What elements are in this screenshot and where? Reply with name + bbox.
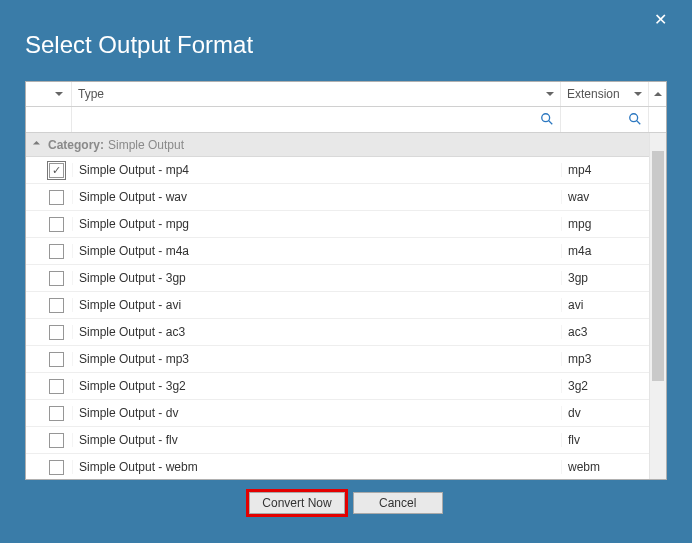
category-row[interactable]: Category: Simple Output <box>26 133 649 157</box>
cancel-button[interactable]: Cancel <box>353 492 443 514</box>
row-extension-cell: 3gp <box>561 271 649 285</box>
row-checkbox-cell <box>26 460 72 475</box>
row-checkbox[interactable] <box>49 217 64 232</box>
row-extension-cell: webm <box>561 460 649 474</box>
header-scroll-gutter <box>649 82 666 106</box>
table-row[interactable]: Simple Output - aviavi <box>26 292 649 319</box>
dialog-window: ✕ Select Output Format Type Extension <box>3 3 689 540</box>
row-type-cell: Simple Output - webm <box>72 460 561 474</box>
row-type-cell: Simple Output - flv <box>72 433 561 447</box>
row-extension-cell: mpg <box>561 217 649 231</box>
row-checkbox-cell <box>26 217 72 232</box>
category-label: Category: <box>48 138 104 152</box>
filter-checkbox-cell <box>26 107 72 132</box>
row-type-cell: Simple Output - ac3 <box>72 325 561 339</box>
header-type[interactable]: Type <box>72 82 561 106</box>
collapse-icon <box>33 141 40 148</box>
row-checkbox[interactable] <box>49 325 64 340</box>
row-checkbox-cell <box>26 433 72 448</box>
row-checkbox-cell <box>26 379 72 394</box>
dialog-title: Select Output Format <box>3 3 689 71</box>
table-row[interactable]: Simple Output - flvflv <box>26 427 649 454</box>
header-type-label: Type <box>78 87 104 101</box>
row-checkbox[interactable] <box>49 379 64 394</box>
row-checkbox[interactable] <box>49 244 64 259</box>
table-row[interactable]: Simple Output - 3g23g2 <box>26 373 649 400</box>
row-type-cell: Simple Output - mp3 <box>72 352 561 366</box>
row-extension-cell: 3g2 <box>561 379 649 393</box>
column-headers: Type Extension <box>26 82 666 107</box>
table-row[interactable]: Simple Output - mpgmpg <box>26 211 649 238</box>
row-checkbox[interactable] <box>49 460 64 475</box>
scroll-down-icon[interactable] <box>650 462 666 479</box>
table-row[interactable]: Simple Output - m4am4a <box>26 238 649 265</box>
row-checkbox[interactable] <box>49 298 64 313</box>
grid-panel: Type Extension <box>25 81 667 480</box>
row-extension-cell: wav <box>561 190 649 204</box>
row-extension-cell: mp4 <box>561 163 649 177</box>
row-type-cell: Simple Output - m4a <box>72 244 561 258</box>
table-row[interactable]: Simple Output - wavwav <box>26 184 649 211</box>
dialog-footer: Convert Now Cancel <box>25 492 667 526</box>
filter-type-cell <box>72 107 561 132</box>
header-extension[interactable]: Extension <box>561 82 649 106</box>
chevron-up-icon <box>654 92 662 96</box>
row-type-cell: Simple Output - mp4 <box>72 163 561 177</box>
row-extension-cell: m4a <box>561 244 649 258</box>
row-checkbox-cell <box>26 271 72 286</box>
table-row[interactable]: Simple Output - webmwebm <box>26 454 649 479</box>
category-value: Simple Output <box>108 138 184 152</box>
vertical-scrollbar[interactable] <box>649 133 666 479</box>
row-checkbox-cell <box>26 406 72 421</box>
row-type-cell: Simple Output - dv <box>72 406 561 420</box>
row-type-cell: Simple Output - avi <box>72 298 561 312</box>
chevron-down-icon <box>634 92 642 96</box>
row-checkbox-cell <box>26 298 72 313</box>
filter-extension-cell <box>561 107 649 132</box>
row-checkbox[interactable] <box>49 406 64 421</box>
table-row[interactable]: Simple Output - dvdv <box>26 400 649 427</box>
row-extension-cell: flv <box>561 433 649 447</box>
row-checkbox-cell <box>26 244 72 259</box>
row-type-cell: Simple Output - 3gp <box>72 271 561 285</box>
row-checkbox-cell <box>26 352 72 367</box>
row-checkbox-cell <box>26 190 72 205</box>
filter-row <box>26 107 666 133</box>
chevron-down-icon <box>55 92 63 96</box>
row-checkbox[interactable]: ✓ <box>49 163 64 178</box>
header-extension-label: Extension <box>567 87 620 101</box>
row-checkbox[interactable] <box>49 271 64 286</box>
convert-now-button[interactable]: Convert Now <box>249 492 344 514</box>
scroll-up-icon[interactable] <box>650 133 666 150</box>
table-row[interactable]: Simple Output - ac3ac3 <box>26 319 649 346</box>
table-row[interactable]: ✓Simple Output - mp4mp4 <box>26 157 649 184</box>
close-icon[interactable]: ✕ <box>649 9 671 31</box>
table-row[interactable]: Simple Output - mp3mp3 <box>26 346 649 373</box>
row-extension-cell: ac3 <box>561 325 649 339</box>
filter-extension-input[interactable] <box>565 110 692 130</box>
row-checkbox-cell: ✓ <box>26 163 72 178</box>
grid-body: Category: Simple Output ✓Simple Output -… <box>26 133 666 479</box>
filter-scroll-gutter <box>649 107 666 132</box>
row-checkbox-cell <box>26 325 72 340</box>
filter-type-input[interactable] <box>76 110 556 130</box>
row-extension-cell: avi <box>561 298 649 312</box>
chevron-down-icon <box>546 92 554 96</box>
scroll-thumb[interactable] <box>652 151 664 381</box>
row-checkbox[interactable] <box>49 433 64 448</box>
row-type-cell: Simple Output - mpg <box>72 217 561 231</box>
row-extension-cell: mp3 <box>561 352 649 366</box>
table-row[interactable]: Simple Output - 3gp3gp <box>26 265 649 292</box>
row-extension-cell: dv <box>561 406 649 420</box>
header-checkbox-col[interactable] <box>26 82 72 106</box>
row-checkbox[interactable] <box>49 352 64 367</box>
row-checkbox[interactable] <box>49 190 64 205</box>
row-type-cell: Simple Output - 3g2 <box>72 379 561 393</box>
row-type-cell: Simple Output - wav <box>72 190 561 204</box>
